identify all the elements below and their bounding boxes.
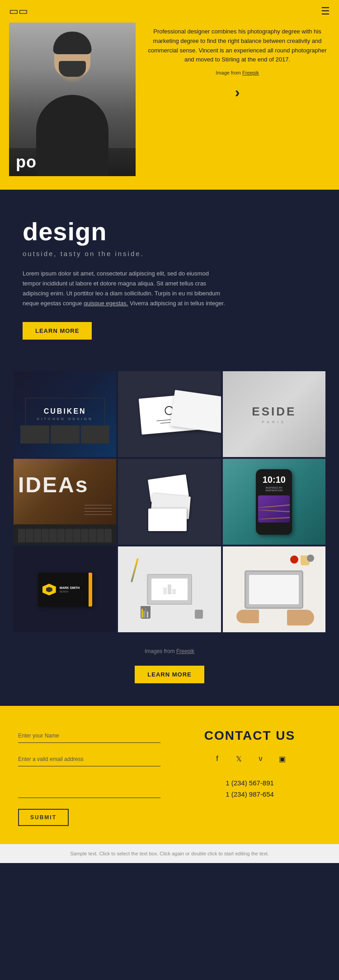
workspace-screen <box>249 575 299 604</box>
portfolio-item-business-cards-1[interactable] <box>118 371 221 457</box>
portfolio-freepik-link[interactable]: Freepik <box>176 648 194 654</box>
header: ▭▭ ☰ <box>0 0 339 23</box>
design-section: design outside, tasty on the inside. Lor… <box>0 190 339 362</box>
portfolio-learn-more-button[interactable]: LEARN MORE <box>135 666 204 683</box>
cubiken-brand: CUBIKEN <box>37 407 93 415</box>
hero-image-wrapper: portfolio <box>9 23 136 176</box>
hero-arrow[interactable]: › <box>145 84 330 101</box>
hero-section: portfolio Professional designer combines… <box>0 23 339 190</box>
portfolio-grid: CUBIKEN KITCHEN DESIGN ESIDE PARIS <box>0 362 339 641</box>
pencil-icon <box>131 558 139 583</box>
social-icons: f 𝕏 ν ▣ <box>179 752 321 765</box>
workspace-laptop <box>245 570 303 609</box>
portfolio-item-workspace[interactable] <box>223 546 325 632</box>
pen-cup <box>141 606 151 619</box>
portfolio-item-stationery[interactable] <box>118 546 221 632</box>
portfolio-credit: Images from Freepik <box>0 641 339 661</box>
hex-inner <box>46 587 52 592</box>
stationery-screen <box>151 579 188 600</box>
eraser <box>195 610 203 619</box>
right-hand <box>287 610 314 625</box>
phone-sub: INSPIRED BY INSPIRATION <box>258 486 290 492</box>
design-subtitle: outside, tasty on the inside. <box>23 250 316 257</box>
freepik-link[interactable]: Freepik <box>242 70 259 75</box>
phone-mockup: 10:10 INSPIRED BY INSPIRATION <box>256 469 292 535</box>
hero-description: Professional designer combines his photo… <box>145 27 330 65</box>
eside-brand: ESIDE <box>252 405 296 419</box>
contact-form: SUBMIT <box>18 728 160 826</box>
book-open-icon[interactable]: ▭▭ <box>9 5 28 17</box>
learn-more-button[interactable]: LEARN MORE <box>23 322 92 340</box>
phone-number-1: 1 (234) 567-891 <box>179 779 321 787</box>
eside-sub: PARIS <box>252 420 296 424</box>
submit-button[interactable]: SUBMIT <box>18 809 69 826</box>
bc-item-3 <box>148 509 187 531</box>
portfolio-item-business-cards-2[interactable] <box>118 459 221 545</box>
business-cards-stack <box>147 472 192 531</box>
email-input[interactable] <box>18 752 160 766</box>
bc-orange-bar <box>89 573 92 607</box>
vimeo-icon[interactable]: ν <box>254 752 268 765</box>
design-body: Lorem ipsum dolor sit amet, consectetur … <box>23 269 226 308</box>
cubiken-sub: KITCHEN DESIGN <box>37 417 93 421</box>
laptop-base <box>14 524 116 545</box>
hamburger-icon[interactable]: ☰ <box>321 5 330 17</box>
portfolio-item-ideas[interactable]: IDEAs <box>14 459 116 545</box>
phone-number-2: 1 (234) 987-654 <box>179 790 321 798</box>
person-hair <box>53 32 92 54</box>
footer-text: Sample text. Click to select the text bo… <box>70 851 269 856</box>
footer-note: Sample text. Click to select the text bo… <box>0 844 339 863</box>
person-beard <box>59 61 86 77</box>
phone-numbers: 1 (234) 567-891 1 (234) 987-654 <box>179 779 321 798</box>
portfolio-item-design-card[interactable]: MARK SMITH DESIGN <box>14 546 116 632</box>
apple-icon <box>290 555 298 564</box>
ideas-text: IDEAs <box>18 472 89 497</box>
instagram-icon[interactable]: ▣ <box>276 752 289 765</box>
contact-section: SUBMIT CONTACT US f 𝕏 ν ▣ 1 (234) 567-89… <box>0 706 339 844</box>
glasses-icon <box>307 555 314 562</box>
stationery-laptop <box>147 574 192 605</box>
hex-logo <box>42 583 56 595</box>
message-input[interactable] <box>18 775 160 798</box>
left-hand <box>236 610 259 623</box>
workspace-visual <box>223 546 325 632</box>
arrow-right-icon[interactable]: › <box>235 84 240 101</box>
design-heading: design <box>23 217 316 246</box>
name-input[interactable] <box>18 728 160 743</box>
bc-title: DESIGN <box>60 590 88 593</box>
portfolio-item-phone[interactable]: 10:10 INSPIRED BY INSPIRATION <box>223 459 325 545</box>
laptop-keyboard <box>18 529 112 542</box>
person-body <box>36 95 108 176</box>
portfolio-item-eside[interactable]: ESIDE PARIS <box>223 371 325 457</box>
portfolio-item-cubiken[interactable]: CUBIKEN KITCHEN DESIGN <box>14 371 116 457</box>
hero-text: Professional designer combines his photo… <box>145 23 330 176</box>
phone-time: 10:10 <box>263 475 286 485</box>
phone-screen-design <box>258 495 290 523</box>
contact-title: CONTACT US <box>179 728 321 743</box>
twitter-icon[interactable]: 𝕏 <box>232 752 246 765</box>
contact-info: CONTACT US f 𝕏 ν ▣ 1 (234) 567-891 1 (23… <box>179 728 321 826</box>
notepad-lines <box>85 505 112 518</box>
bc-text-lines: MARK SMITH DESIGN <box>60 586 88 593</box>
facebook-icon[interactable]: f <box>211 752 224 765</box>
bc-name: MARK SMITH <box>60 586 88 589</box>
portfolio-learn-more-wrapper: LEARN MORE <box>0 661 339 706</box>
image-credit: Image from Freepik <box>145 69 330 77</box>
design-business-card: MARK SMITH DESIGN <box>38 573 92 607</box>
